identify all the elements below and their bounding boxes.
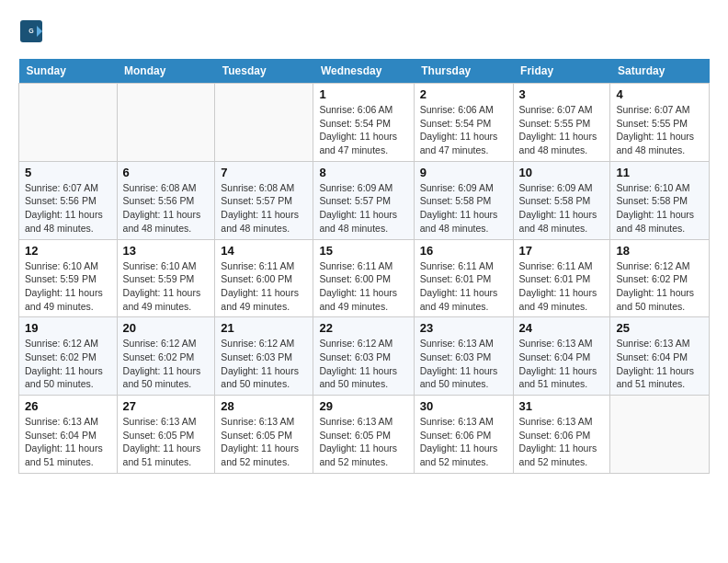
day-info: Sunrise: 6:13 AM Sunset: 6:04 PM Dayligh… <box>519 337 605 391</box>
calendar-cell: 30Sunrise: 6:13 AM Sunset: 6:06 PM Dayli… <box>414 396 513 474</box>
calendar-week-row: 1Sunrise: 6:06 AM Sunset: 5:54 PM Daylig… <box>19 84 710 162</box>
day-number: 9 <box>420 166 507 179</box>
day-info: Sunrise: 6:10 AM Sunset: 5:59 PM Dayligh… <box>123 259 210 314</box>
day-info: Sunrise: 6:11 AM Sunset: 6:01 PM Dayligh… <box>420 259 507 314</box>
calendar-cell: 8Sunrise: 6:09 AM Sunset: 5:57 PM Daylig… <box>313 161 414 239</box>
day-number: 3 <box>519 87 605 101</box>
day-number: 11 <box>616 166 703 179</box>
calendar-cell: 16Sunrise: 6:11 AM Sunset: 6:01 PM Dayli… <box>414 239 513 317</box>
day-number: 19 <box>25 321 111 335</box>
calendar-cell: 13Sunrise: 6:10 AM Sunset: 5:59 PM Dayli… <box>117 239 215 317</box>
calendar-cell: 22Sunrise: 6:12 AM Sunset: 6:03 PM Dayli… <box>313 317 414 396</box>
calendar-cell: 31Sunrise: 6:13 AM Sunset: 6:06 PM Dayli… <box>513 396 610 474</box>
day-number: 23 <box>420 321 507 335</box>
day-info: Sunrise: 6:11 AM Sunset: 6:00 PM Dayligh… <box>319 259 407 314</box>
day-info: Sunrise: 6:10 AM Sunset: 5:58 PM Dayligh… <box>616 181 703 236</box>
day-info: Sunrise: 6:07 AM Sunset: 5:55 PM Dayligh… <box>616 103 703 157</box>
day-number: 28 <box>221 399 307 413</box>
calendar-cell: 19Sunrise: 6:12 AM Sunset: 6:02 PM Dayli… <box>19 317 118 396</box>
calendar-week-row: 5Sunrise: 6:07 AM Sunset: 5:56 PM Daylig… <box>19 161 710 239</box>
calendar-cell: 1Sunrise: 6:06 AM Sunset: 5:54 PM Daylig… <box>313 84 414 162</box>
day-info: Sunrise: 6:12 AM Sunset: 6:03 PM Dayligh… <box>221 337 307 391</box>
calendar-cell: 12Sunrise: 6:10 AM Sunset: 5:59 PM Dayli… <box>19 239 118 317</box>
day-info: Sunrise: 6:13 AM Sunset: 6:06 PM Dayligh… <box>519 415 605 469</box>
calendar-cell <box>610 396 710 474</box>
col-header-sunday: Sunday <box>19 59 118 84</box>
col-header-wednesday: Wednesday <box>313 59 414 84</box>
day-number: 27 <box>123 399 210 413</box>
calendar-cell: 5Sunrise: 6:07 AM Sunset: 5:56 PM Daylig… <box>19 161 118 239</box>
day-info: Sunrise: 6:06 AM Sunset: 5:54 PM Dayligh… <box>319 103 407 157</box>
day-number: 15 <box>319 244 407 258</box>
day-info: Sunrise: 6:13 AM Sunset: 6:06 PM Dayligh… <box>420 415 507 469</box>
day-info: Sunrise: 6:13 AM Sunset: 6:03 PM Dayligh… <box>420 337 507 391</box>
day-number: 10 <box>519 166 605 179</box>
col-header-tuesday: Tuesday <box>215 59 313 84</box>
day-number: 21 <box>221 321 307 335</box>
calendar-week-row: 12Sunrise: 6:10 AM Sunset: 5:59 PM Dayli… <box>19 239 710 317</box>
calendar-cell: 4Sunrise: 6:07 AM Sunset: 5:55 PM Daylig… <box>610 84 710 162</box>
calendar-cell: 20Sunrise: 6:12 AM Sunset: 6:02 PM Dayli… <box>117 317 215 396</box>
day-number: 2 <box>420 87 507 101</box>
calendar-cell: 24Sunrise: 6:13 AM Sunset: 6:04 PM Dayli… <box>513 317 610 396</box>
day-info: Sunrise: 6:09 AM Sunset: 5:58 PM Dayligh… <box>420 181 507 236</box>
day-number: 16 <box>420 244 507 258</box>
day-info: Sunrise: 6:13 AM Sunset: 6:05 PM Dayligh… <box>319 415 407 469</box>
day-number: 25 <box>616 321 703 335</box>
svg-text:G: G <box>28 28 34 34</box>
calendar-cell: 7Sunrise: 6:08 AM Sunset: 5:57 PM Daylig… <box>215 161 313 239</box>
calendar-cell: 26Sunrise: 6:13 AM Sunset: 6:04 PM Dayli… <box>19 396 118 474</box>
day-info: Sunrise: 6:09 AM Sunset: 5:57 PM Dayligh… <box>319 181 407 236</box>
calendar-table: SundayMondayTuesdayWednesdayThursdayFrid… <box>18 59 710 474</box>
day-info: Sunrise: 6:13 AM Sunset: 6:04 PM Dayligh… <box>616 337 703 391</box>
calendar-cell: 28Sunrise: 6:13 AM Sunset: 6:05 PM Dayli… <box>215 396 313 474</box>
col-header-monday: Monday <box>117 59 215 84</box>
day-info: Sunrise: 6:13 AM Sunset: 6:04 PM Dayligh… <box>25 415 111 469</box>
calendar-cell: 6Sunrise: 6:08 AM Sunset: 5:56 PM Daylig… <box>117 161 215 239</box>
day-info: Sunrise: 6:11 AM Sunset: 6:00 PM Dayligh… <box>221 259 307 314</box>
day-info: Sunrise: 6:06 AM Sunset: 5:54 PM Dayligh… <box>420 103 507 157</box>
calendar-cell: 10Sunrise: 6:09 AM Sunset: 5:58 PM Dayli… <box>513 161 610 239</box>
day-number: 24 <box>519 321 605 335</box>
calendar-cell: 17Sunrise: 6:11 AM Sunset: 6:01 PM Dayli… <box>513 239 610 317</box>
calendar-cell <box>19 84 118 162</box>
calendar-cell: 18Sunrise: 6:12 AM Sunset: 6:02 PM Dayli… <box>610 239 710 317</box>
day-number: 4 <box>616 87 703 101</box>
calendar-cell: 9Sunrise: 6:09 AM Sunset: 5:58 PM Daylig… <box>414 161 513 239</box>
day-info: Sunrise: 6:11 AM Sunset: 6:01 PM Dayligh… <box>519 259 605 314</box>
day-info: Sunrise: 6:13 AM Sunset: 6:05 PM Dayligh… <box>123 415 210 469</box>
day-number: 12 <box>25 244 111 258</box>
day-number: 30 <box>420 399 507 413</box>
calendar-cell: 14Sunrise: 6:11 AM Sunset: 6:00 PM Dayli… <box>215 239 313 317</box>
day-number: 20 <box>123 321 210 335</box>
day-number: 26 <box>25 399 111 413</box>
day-info: Sunrise: 6:08 AM Sunset: 5:56 PM Dayligh… <box>123 181 210 236</box>
col-header-thursday: Thursday <box>414 59 513 84</box>
day-number: 29 <box>319 399 407 413</box>
calendar-cell: 29Sunrise: 6:13 AM Sunset: 6:05 PM Dayli… <box>313 396 414 474</box>
day-info: Sunrise: 6:07 AM Sunset: 5:56 PM Dayligh… <box>25 181 111 236</box>
day-info: Sunrise: 6:10 AM Sunset: 5:59 PM Dayligh… <box>25 259 111 314</box>
calendar-week-row: 26Sunrise: 6:13 AM Sunset: 6:04 PM Dayli… <box>19 396 710 474</box>
day-info: Sunrise: 6:08 AM Sunset: 5:57 PM Dayligh… <box>221 181 307 236</box>
calendar-cell <box>215 84 313 162</box>
calendar-cell: 3Sunrise: 6:07 AM Sunset: 5:55 PM Daylig… <box>513 84 610 162</box>
day-number: 5 <box>25 166 111 179</box>
day-number: 14 <box>221 244 307 258</box>
calendar-cell: 15Sunrise: 6:11 AM Sunset: 6:00 PM Dayli… <box>313 239 414 317</box>
day-number: 31 <box>519 399 605 413</box>
day-info: Sunrise: 6:07 AM Sunset: 5:55 PM Dayligh… <box>519 103 605 157</box>
col-header-saturday: Saturday <box>610 59 710 84</box>
day-info: Sunrise: 6:12 AM Sunset: 6:02 PM Dayligh… <box>25 337 111 391</box>
day-number: 17 <box>519 244 605 258</box>
calendar-cell: 2Sunrise: 6:06 AM Sunset: 5:54 PM Daylig… <box>414 84 513 162</box>
day-number: 13 <box>123 244 210 258</box>
day-info: Sunrise: 6:09 AM Sunset: 5:58 PM Dayligh… <box>519 181 605 236</box>
calendar-cell: 25Sunrise: 6:13 AM Sunset: 6:04 PM Dayli… <box>610 317 710 396</box>
calendar-week-row: 19Sunrise: 6:12 AM Sunset: 6:02 PM Dayli… <box>19 317 710 396</box>
day-info: Sunrise: 6:13 AM Sunset: 6:05 PM Dayligh… <box>221 415 307 469</box>
day-number: 18 <box>616 244 703 258</box>
day-info: Sunrise: 6:12 AM Sunset: 6:02 PM Dayligh… <box>616 259 703 314</box>
calendar-cell: 11Sunrise: 6:10 AM Sunset: 5:58 PM Dayli… <box>610 161 710 239</box>
col-header-friday: Friday <box>513 59 610 84</box>
